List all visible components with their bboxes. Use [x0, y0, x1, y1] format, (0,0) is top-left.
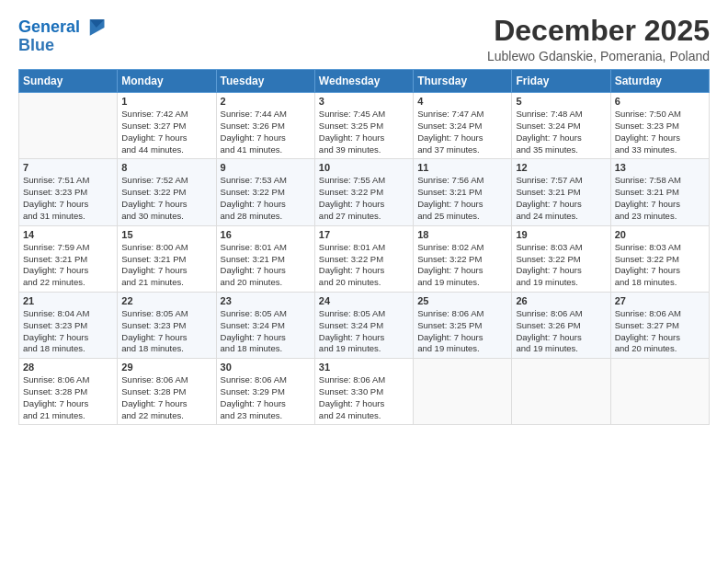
calendar-cell: 2Sunrise: 7:44 AM Sunset: 3:26 PM Daylig…: [216, 93, 314, 159]
header: General Blue December 2025 Lublewo Gdans…: [18, 15, 710, 63]
calendar-cell: 4Sunrise: 7:47 AM Sunset: 3:24 PM Daylig…: [414, 93, 512, 159]
day-number: 31: [319, 362, 409, 373]
day-info: Sunrise: 8:06 AM Sunset: 3:25 PM Dayligh…: [417, 308, 507, 355]
day-number: 13: [615, 162, 705, 173]
calendar-cell: 15Sunrise: 8:00 AM Sunset: 3:21 PM Dayli…: [118, 225, 216, 292]
day-number: 7: [23, 162, 113, 173]
calendar-cell: 9Sunrise: 7:53 AM Sunset: 3:22 PM Daylig…: [216, 159, 314, 225]
day-number: 19: [516, 229, 606, 240]
day-number: 2: [221, 96, 311, 107]
calendar-cell: 30Sunrise: 8:06 AM Sunset: 3:29 PM Dayli…: [216, 359, 314, 425]
calendar-header-wednesday: Wednesday: [314, 70, 413, 93]
calendar-header-thursday: Thursday: [414, 70, 512, 93]
day-number: 30: [221, 362, 311, 373]
calendar-cell: 25Sunrise: 8:06 AM Sunset: 3:25 PM Dayli…: [414, 292, 512, 358]
calendar-header-monday: Monday: [118, 70, 216, 93]
calendar-header-tuesday: Tuesday: [216, 70, 314, 93]
calendar-cell: 23Sunrise: 8:05 AM Sunset: 3:24 PM Dayli…: [216, 292, 314, 358]
calendar-cell: 1Sunrise: 7:42 AM Sunset: 3:27 PM Daylig…: [118, 93, 216, 159]
calendar-cell: 21Sunrise: 8:04 AM Sunset: 3:23 PM Dayli…: [19, 292, 118, 358]
calendar-cell: 6Sunrise: 7:50 AM Sunset: 3:23 PM Daylig…: [610, 93, 709, 159]
calendar-week-row: 21Sunrise: 8:04 AM Sunset: 3:23 PM Dayli…: [19, 292, 710, 358]
day-info: Sunrise: 7:58 AM Sunset: 3:21 PM Dayligh…: [615, 175, 705, 222]
calendar-cell: 18Sunrise: 8:02 AM Sunset: 3:22 PM Dayli…: [414, 225, 512, 292]
logo: General Blue: [18, 15, 108, 55]
calendar-cell: 7Sunrise: 7:51 AM Sunset: 3:23 PM Daylig…: [19, 159, 118, 225]
calendar-cell: 16Sunrise: 8:01 AM Sunset: 3:21 PM Dayli…: [216, 225, 314, 292]
page: General Blue December 2025 Lublewo Gdans…: [0, 0, 728, 563]
day-number: 8: [121, 162, 211, 173]
day-number: 26: [516, 295, 606, 306]
calendar-cell: 31Sunrise: 8:06 AM Sunset: 3:30 PM Dayli…: [314, 359, 413, 425]
calendar-cell: 29Sunrise: 8:06 AM Sunset: 3:28 PM Dayli…: [118, 359, 216, 425]
day-info: Sunrise: 7:45 AM Sunset: 3:25 PM Dayligh…: [319, 109, 409, 155]
calendar-cell: 20Sunrise: 8:03 AM Sunset: 3:22 PM Dayli…: [610, 225, 709, 292]
day-number: 9: [221, 162, 311, 173]
day-info: Sunrise: 8:05 AM Sunset: 3:24 PM Dayligh…: [221, 308, 311, 355]
calendar-header-row: SundayMondayTuesdayWednesdayThursdayFrid…: [19, 70, 710, 93]
day-info: Sunrise: 8:03 AM Sunset: 3:22 PM Dayligh…: [615, 242, 705, 289]
calendar: SundayMondayTuesdayWednesdayThursdayFrid…: [18, 69, 710, 425]
day-number: 5: [516, 96, 606, 107]
logo-icon: [82, 15, 108, 40]
day-info: Sunrise: 8:02 AM Sunset: 3:22 PM Dayligh…: [417, 242, 507, 289]
calendar-header-friday: Friday: [512, 70, 610, 93]
calendar-cell: [414, 359, 512, 425]
day-info: Sunrise: 8:05 AM Sunset: 3:23 PM Dayligh…: [121, 308, 211, 355]
day-info: Sunrise: 8:06 AM Sunset: 3:29 PM Dayligh…: [221, 374, 311, 421]
day-number: 18: [417, 229, 507, 240]
day-number: 29: [121, 362, 211, 373]
calendar-week-row: 7Sunrise: 7:51 AM Sunset: 3:23 PM Daylig…: [19, 159, 710, 225]
calendar-cell: 19Sunrise: 8:03 AM Sunset: 3:22 PM Dayli…: [512, 225, 610, 292]
calendar-cell: 8Sunrise: 7:52 AM Sunset: 3:22 PM Daylig…: [118, 159, 216, 225]
day-number: 27: [615, 295, 705, 306]
day-number: 16: [221, 229, 311, 240]
day-number: 14: [23, 229, 113, 240]
day-info: Sunrise: 8:06 AM Sunset: 3:28 PM Dayligh…: [121, 374, 211, 421]
day-info: Sunrise: 7:56 AM Sunset: 3:21 PM Dayligh…: [417, 175, 507, 222]
day-info: Sunrise: 7:44 AM Sunset: 3:26 PM Dayligh…: [221, 109, 311, 155]
day-info: Sunrise: 7:48 AM Sunset: 3:24 PM Dayligh…: [516, 109, 606, 155]
day-info: Sunrise: 8:06 AM Sunset: 3:30 PM Dayligh…: [319, 374, 409, 421]
day-info: Sunrise: 8:05 AM Sunset: 3:24 PM Dayligh…: [319, 308, 409, 355]
day-info: Sunrise: 8:06 AM Sunset: 3:26 PM Dayligh…: [516, 308, 606, 355]
day-number: 22: [121, 295, 211, 306]
calendar-cell: 17Sunrise: 8:01 AM Sunset: 3:22 PM Dayli…: [314, 225, 413, 292]
day-number: 15: [121, 229, 211, 240]
day-number: 21: [23, 295, 113, 306]
day-number: 1: [121, 96, 211, 107]
day-number: 24: [319, 295, 409, 306]
day-info: Sunrise: 7:57 AM Sunset: 3:21 PM Dayligh…: [516, 175, 606, 222]
day-info: Sunrise: 8:01 AM Sunset: 3:22 PM Dayligh…: [319, 242, 409, 289]
day-info: Sunrise: 7:52 AM Sunset: 3:22 PM Dayligh…: [121, 175, 211, 222]
calendar-cell: 22Sunrise: 8:05 AM Sunset: 3:23 PM Dayli…: [118, 292, 216, 358]
day-number: 25: [417, 295, 507, 306]
day-info: Sunrise: 7:50 AM Sunset: 3:23 PM Dayligh…: [615, 109, 705, 155]
calendar-cell: 11Sunrise: 7:56 AM Sunset: 3:21 PM Dayli…: [414, 159, 512, 225]
logo-text-blue: Blue: [18, 37, 54, 55]
calendar-week-row: 28Sunrise: 8:06 AM Sunset: 3:28 PM Dayli…: [19, 359, 710, 425]
day-number: 3: [319, 96, 409, 107]
day-number: 4: [417, 96, 507, 107]
logo-text: General: [18, 18, 80, 37]
calendar-cell: 26Sunrise: 8:06 AM Sunset: 3:26 PM Dayli…: [512, 292, 610, 358]
calendar-header-saturday: Saturday: [610, 70, 709, 93]
day-info: Sunrise: 8:00 AM Sunset: 3:21 PM Dayligh…: [121, 242, 211, 289]
day-info: Sunrise: 8:01 AM Sunset: 3:21 PM Dayligh…: [221, 242, 311, 289]
day-info: Sunrise: 7:55 AM Sunset: 3:22 PM Dayligh…: [319, 175, 409, 222]
calendar-cell: 14Sunrise: 7:59 AM Sunset: 3:21 PM Dayli…: [19, 225, 118, 292]
day-number: 17: [319, 229, 409, 240]
calendar-cell: 5Sunrise: 7:48 AM Sunset: 3:24 PM Daylig…: [512, 93, 610, 159]
calendar-cell: 10Sunrise: 7:55 AM Sunset: 3:22 PM Dayli…: [314, 159, 413, 225]
day-number: 28: [23, 362, 113, 373]
calendar-cell: [19, 93, 118, 159]
day-info: Sunrise: 8:06 AM Sunset: 3:28 PM Dayligh…: [23, 374, 113, 421]
day-number: 10: [319, 162, 409, 173]
day-info: Sunrise: 7:47 AM Sunset: 3:24 PM Dayligh…: [417, 109, 507, 155]
day-info: Sunrise: 8:06 AM Sunset: 3:27 PM Dayligh…: [615, 308, 705, 355]
day-info: Sunrise: 7:42 AM Sunset: 3:27 PM Dayligh…: [121, 109, 211, 155]
calendar-cell: 3Sunrise: 7:45 AM Sunset: 3:25 PM Daylig…: [314, 93, 413, 159]
title-block: December 2025 Lublewo Gdanskie, Pomerani…: [487, 15, 710, 63]
day-info: Sunrise: 7:53 AM Sunset: 3:22 PM Dayligh…: [221, 175, 311, 222]
calendar-week-row: 14Sunrise: 7:59 AM Sunset: 3:21 PM Dayli…: [19, 225, 710, 292]
